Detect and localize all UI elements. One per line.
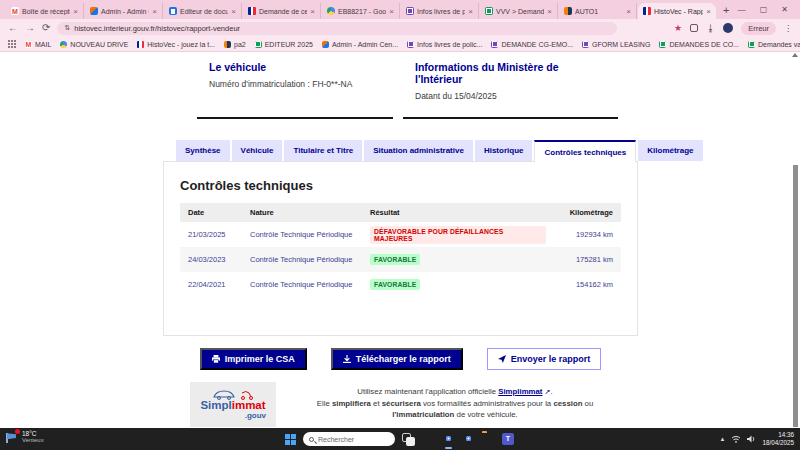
france-flag-icon <box>643 7 651 15</box>
tab-synthese[interactable]: Synthèse <box>176 140 230 161</box>
wifi-icon[interactable] <box>731 435 741 443</box>
search-icon <box>309 437 314 442</box>
browser-tab-label: Editeur de document... <box>180 8 228 15</box>
simplimmat-gouv-label: .gouv <box>245 411 266 420</box>
browser-tab-docs[interactable]: Editeur de document... × <box>164 3 242 19</box>
browser-tab-gmail[interactable]: Boîte de réception (2 × <box>6 3 84 19</box>
maximize-button[interactable]: ▢ <box>760 5 768 14</box>
download-report-button[interactable]: Télécharger le rapport <box>331 348 463 370</box>
chrome-icon-active[interactable] <box>442 433 455 446</box>
tab-close-icon[interactable]: × <box>231 7 236 16</box>
browser-tab-histovec-active[interactable]: HistoVec - Rapport v... × <box>638 3 716 19</box>
task-view-button[interactable] <box>402 433 415 446</box>
header-nature: Nature <box>242 203 362 222</box>
download-icon[interactable]: ⭳︎ <box>706 23 715 33</box>
profile-label: Erreur <box>748 24 769 33</box>
apps-grid-icon[interactable] <box>8 40 16 48</box>
print-csa-button[interactable]: Imprimer le CSA <box>200 348 307 370</box>
reload-icon[interactable]: ⟳ <box>42 23 50 33</box>
tab-vehicule[interactable]: Véhicule <box>232 140 283 161</box>
tab-controles-techniques[interactable]: Contrôles techniques <box>534 140 636 162</box>
scroll-up-icon[interactable] <box>792 53 798 57</box>
site-settings-icon[interactable]: ⇅ <box>64 24 70 32</box>
sheets-icon <box>659 41 666 48</box>
chrome-icon[interactable] <box>462 433 475 446</box>
bookmark-admin[interactable]: Admin - Admin Cen... <box>322 41 398 48</box>
tab-close-icon[interactable]: × <box>73 7 78 16</box>
bookmark-gform-leasing[interactable]: GFORM LEASING <box>582 41 650 48</box>
table-header-row: Date Nature Résultat Kilométrage <box>180 203 621 222</box>
bookmark-demande-cg[interactable]: DEMANDE CG-EMO... <box>491 41 573 48</box>
browser-tab-auto1[interactable]: AUTO1 × <box>559 3 637 19</box>
controles-techniques-panel: Contrôles techniques Date Nature Résulta… <box>163 161 638 336</box>
browser-tab-label: Admin - Admin Cent... <box>101 8 149 15</box>
teams-icon[interactable] <box>502 433 515 446</box>
start-button[interactable] <box>285 434 296 445</box>
back-icon[interactable]: ← <box>8 23 18 33</box>
forward-icon[interactable]: → <box>25 23 35 33</box>
browser-tab-vvv[interactable]: VVV > Demandes... × <box>480 3 558 19</box>
cell-date: 22/04/2021 <box>180 280 242 289</box>
taskbar-search[interactable]: Rechercher <box>303 432 395 446</box>
url-bar[interactable]: ⇅ histovec.interieur.gouv.fr/histovec/ra… <box>57 22 617 35</box>
windy-weather-icon <box>6 431 18 443</box>
browser-tab-certificat[interactable]: Demande de certific... × <box>243 3 321 19</box>
tab-situation-administrative[interactable]: Situation administrative <box>364 140 473 161</box>
browser-tab-label: Boîte de réception (2 <box>22 8 70 15</box>
minimize-button[interactable]: — <box>738 5 746 14</box>
profile-button[interactable]: Erreur <box>741 22 776 35</box>
send-icon <box>498 355 506 363</box>
edge-icon[interactable] <box>422 433 435 446</box>
menu-kebab-icon[interactable]: ⋮ <box>784 24 792 33</box>
header-kilometrage: Kilométrage <box>554 203 621 222</box>
taskbar-center: Rechercher <box>285 432 515 446</box>
bookmark-histovec[interactable]: HistoVec - jouez la t... <box>137 41 215 48</box>
tray-chevron-up-icon[interactable]: ▲ <box>720 436 726 442</box>
cell-kilometrage: 192934 km <box>554 230 621 239</box>
taskbar-clock[interactable]: 14:36 18/04/2025 <box>762 431 794 446</box>
close-button[interactable]: ✕ <box>781 5 788 14</box>
browser-tab-infos[interactable]: Infos livres de police... × <box>401 3 479 19</box>
tab-close-icon[interactable]: × <box>389 7 394 16</box>
bookmark-infos-livres[interactable]: Infos livres de polic... <box>407 41 482 48</box>
bookmark-pa2[interactable]: pa2 <box>224 41 246 48</box>
footer-line-1: Utilisez maintenant l'application offici… <box>285 386 625 398</box>
cell-nature: Contrôle Technique Périodique <box>242 255 362 264</box>
avatar[interactable] <box>723 23 733 33</box>
controles-table: Date Nature Résultat Kilométrage 21/03/2… <box>180 203 621 297</box>
cell-nature: Contrôle Technique Périodique <box>242 280 362 289</box>
weather-widget[interactable]: 18°C Venteux <box>6 430 44 444</box>
simplimmat-link[interactable]: Simplimmat <box>498 387 542 396</box>
tab-historique[interactable]: Historique <box>475 140 533 161</box>
tab-kilometrage[interactable]: Kilométrage <box>638 140 702 161</box>
bookmark-mail[interactable]: MAIL <box>25 41 51 48</box>
new-tab-button[interactable]: + <box>723 4 729 16</box>
bookmark-star-icon[interactable]: ★ <box>674 23 682 33</box>
sheets-icon <box>485 7 493 15</box>
drive-icon <box>327 7 335 15</box>
browser-tab-strip: Boîte de réception (2 × Admin - Admin Ce… <box>0 0 800 19</box>
tab-close-icon[interactable]: × <box>152 7 157 16</box>
scrollbar[interactable] <box>793 165 798 427</box>
notification-badge <box>15 429 20 434</box>
tab-close-icon[interactable]: × <box>626 7 631 16</box>
tab-close-icon[interactable]: × <box>547 7 552 16</box>
extensions-icon[interactable] <box>690 24 698 32</box>
toolbar-right: ★ ⭳︎ Erreur ⋮ <box>674 22 792 35</box>
tab-close-icon[interactable]: × <box>310 7 315 16</box>
france-flag-icon <box>137 41 144 48</box>
bookmark-demandes-validation[interactable]: Demandes validatio... <box>748 41 800 48</box>
volume-icon[interactable] <box>747 435 756 443</box>
tab-close-icon[interactable]: × <box>706 7 711 16</box>
browser-tab-drive[interactable]: EB88217 - Google Dr... × <box>322 3 400 19</box>
tab-close-icon[interactable]: × <box>468 7 473 16</box>
send-report-button[interactable]: Envoyer le rapport <box>487 348 602 370</box>
browser-tab-admin[interactable]: Admin - Admin Cent... × <box>85 3 163 19</box>
tab-titulaire-et-titre[interactable]: Titulaire et Titre <box>284 140 362 161</box>
file-explorer-icon[interactable] <box>482 433 495 446</box>
bookmark-nouveau-drive[interactable]: NOUVEAU DRIVE <box>60 41 128 48</box>
url-text: histovec.interieur.gouv.fr/histovec/rapp… <box>74 24 240 33</box>
auto1-icon <box>224 41 231 48</box>
bookmark-demandes-de-co[interactable]: DEMANDES DE CO... <box>659 41 739 48</box>
bookmark-editeur[interactable]: EDITEUR 2025 <box>255 41 313 48</box>
